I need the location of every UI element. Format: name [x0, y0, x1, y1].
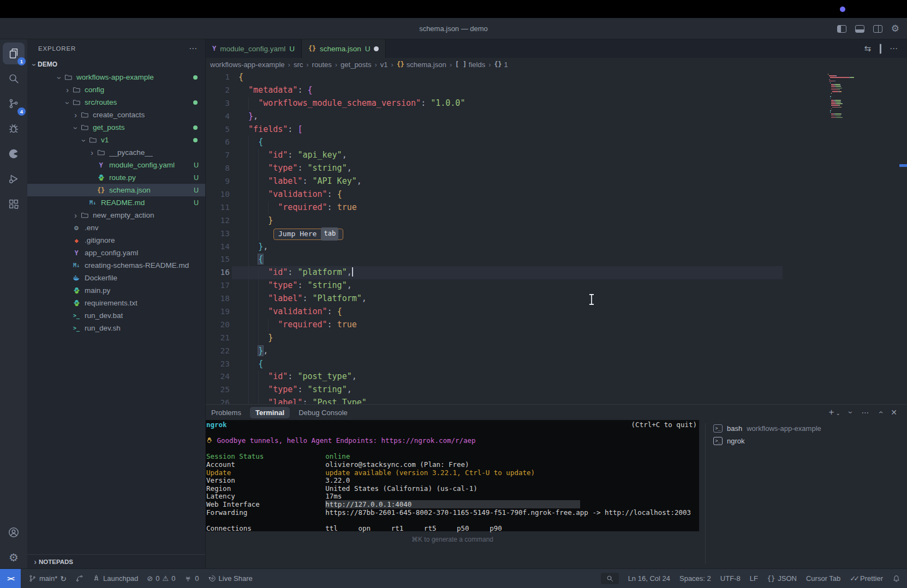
new-terminal-icon[interactable]: +⌄ [829, 407, 840, 418]
tree-item-__pycache__[interactable]: ›__pycache__ [27, 146, 205, 159]
tree-item-schema.json[interactable]: {}schema.jsonU [27, 184, 205, 196]
code-line-23[interactable]: 23 { [206, 358, 907, 371]
status-cursor-tab[interactable]: Cursor Tab [806, 574, 840, 583]
activity-search-search-icon[interactable] [3, 68, 25, 89]
status-live-share[interactable]: Live Share [208, 574, 253, 583]
code-line-6[interactable]: 6 { [206, 136, 907, 149]
panel-tab-Problems[interactable]: Problems [206, 407, 247, 418]
panel-tab-Debug Console[interactable]: Debug Console [293, 407, 353, 418]
more-icon[interactable]: ⋯ [890, 44, 898, 53]
breadcrumb-item-get_posts[interactable]: get_posts [341, 61, 371, 69]
code-line-13[interactable]: 13 Jump Here tab [206, 227, 907, 241]
layout-sidebar-left-icon[interactable] [837, 25, 846, 33]
activity-debug-bug-icon[interactable] [3, 118, 25, 140]
code-line-16[interactable]: 16 "id": "platform", [206, 266, 907, 279]
code-line-26[interactable]: 26 "label": "Post Type" [206, 397, 907, 404]
status-indentation[interactable]: Spaces: 2 [679, 574, 711, 583]
status-search-toggle[interactable] [601, 573, 619, 584]
activity-settings-gear-icon[interactable]: ⚙ [3, 547, 25, 568]
code-line-17[interactable]: 17 "type": "string", [206, 279, 907, 292]
code-line-2[interactable]: 2 "metadata": { [206, 84, 907, 97]
tab-schema.json[interactable]: {} schema.json U [302, 39, 386, 58]
activity-run-and-debug-run-debug-icon[interactable] [3, 168, 25, 190]
breadcrumb-item-fields[interactable]: [ ]fields [455, 61, 485, 69]
layout-sidebar-right-icon[interactable] [873, 25, 882, 33]
code-line-1[interactable]: 1{ [206, 71, 907, 84]
status-eol[interactable]: LF [750, 574, 758, 583]
status-cursor-position[interactable]: Ln 16, Col 24 [628, 574, 670, 583]
layout-panel-icon[interactable] [855, 25, 864, 33]
notepads-section-header[interactable]: › NOTEPADS [27, 554, 205, 568]
tree-item-Dockerfile[interactable]: Dockerfile [27, 272, 205, 284]
activity-extensions-extensions-icon[interactable] [3, 193, 25, 215]
status-formatter[interactable]: ✓✓Prettier [850, 574, 883, 583]
tree-item-v1[interactable]: ›v1 [27, 134, 205, 146]
split-editor-icon[interactable] [880, 44, 881, 53]
code-line-25[interactable]: 25 "type": "string", [206, 383, 907, 397]
breadcrumb-item-routes[interactable]: routes [312, 61, 332, 69]
status-problems[interactable]: ⊘0⚠0 [147, 574, 175, 583]
tree-item-config[interactable]: ›config [27, 83, 205, 96]
status-launchpad[interactable]: Launchpad [92, 574, 138, 583]
breadcrumb-item-src[interactable]: src [294, 61, 303, 69]
breadcrumb-item-workflows-app-example[interactable]: workflows-app-example [210, 61, 285, 69]
status-git-graph[interactable] [75, 574, 83, 583]
compare-icon[interactable]: ⇆ [864, 44, 871, 53]
code-line-11[interactable]: 11 "required": true [206, 201, 907, 214]
status-branch[interactable]: main*↻ [28, 574, 67, 583]
jump-here-hint[interactable]: Jump Here tab [273, 229, 343, 240]
explorer-more-icon[interactable]: ⋯ [189, 44, 198, 53]
dirty-indicator-dot[interactable] [374, 46, 379, 51]
terminal-output[interactable]: ngrok(Ctrl+C to quit) Goodbye tunnels, h… [206, 420, 699, 531]
code-line-24[interactable]: 24 "id": "post_type", [206, 370, 907, 383]
activity-explorer-files-icon[interactable]: 1 [3, 43, 25, 64]
code-line-18[interactable]: 18 "label": "Platform", [206, 292, 907, 305]
close-icon[interactable]: ✕ [891, 408, 897, 417]
code-line-10[interactable]: 10 "validation": { [206, 188, 907, 201]
scrollbar-indicator[interactable] [899, 164, 907, 167]
terminal-instance-bash[interactable]: >_ bashworkflows-app-example [710, 422, 907, 435]
status-language-mode[interactable]: {}JSON [767, 574, 797, 583]
tree-item-module_config.yaml[interactable]: Ymodule_config.yamlU [27, 159, 205, 171]
tree-item-run_dev.sh[interactable]: >_run_dev.sh [27, 322, 205, 334]
tree-item-run_dev.bat[interactable]: >_run_dev.bat [27, 309, 205, 322]
status-notifications[interactable] [892, 574, 900, 583]
breadcrumb-item-schema.json[interactable]: {}schema.json [397, 61, 446, 69]
tree-item-.gitignore[interactable]: ◆.gitignore [27, 234, 205, 247]
tree-item-workflows-app-example[interactable]: ›workflows-app-example [27, 71, 205, 83]
tree-item-create_contacts[interactable]: ›create_contacts [27, 109, 205, 121]
code-editor[interactable]: 1{2 "metadata": {3 "workflows_module_sch… [206, 71, 907, 404]
code-line-20[interactable]: 20 "required": true [206, 319, 907, 332]
code-line-4[interactable]: 4 }, [206, 110, 907, 123]
tree-item-main.py[interactable]: main.py [27, 284, 205, 297]
code-line-22[interactable]: 22 }, [206, 345, 907, 358]
breadcrumb-item-1[interactable]: {}1 [494, 61, 508, 69]
remote-indicator[interactable]: >< [0, 569, 21, 588]
code-line-21[interactable]: 21 } [206, 332, 907, 345]
tree-item-new_empty_action[interactable]: ›new_empty_action [27, 209, 205, 221]
tree-item-app_config.yaml[interactable]: Yapp_config.yaml [27, 247, 205, 259]
more-icon[interactable]: ⋯ [862, 408, 870, 417]
tab-module_config.yaml[interactable]: Y module_config.yaml U [206, 39, 302, 58]
tree-item-requirements.txt[interactable]: requirements.txt [27, 297, 205, 309]
tree-item-get_posts[interactable]: ›get_posts [27, 121, 205, 134]
panel-tab-Terminal[interactable]: Terminal [250, 407, 290, 418]
activity-accounts-account-icon[interactable] [3, 521, 25, 543]
status-ports[interactable]: 0 [184, 574, 199, 583]
tree-item-src/routes[interactable]: ›src/routes [27, 96, 205, 109]
code-line-7[interactable]: 7 "id": "api_key", [206, 149, 907, 162]
code-line-19[interactable]: 19 "validation": { [206, 305, 907, 319]
tree-item-creating-schemas-README.md[interactable]: M↓creating-schemas-README.md [27, 259, 205, 272]
code-line-14[interactable]: 14 }, [206, 241, 907, 254]
status-encoding[interactable]: UTF-8 [720, 574, 741, 583]
activity-source-control-source-control-icon[interactable]: 4 [3, 93, 25, 115]
code-line-15[interactable]: 15 { [206, 253, 907, 266]
customize-layout-gear-icon[interactable]: ⚙ [891, 24, 899, 33]
tree-item-README.md[interactable]: M↓README.mdU [27, 196, 205, 209]
tree-item-.env[interactable]: ⚙.env [27, 221, 205, 234]
chevron-up-icon[interactable]: › [879, 408, 882, 417]
tree-item-route.py[interactable]: route.pyU [27, 171, 205, 184]
activity-extension-circle-circle-cut-icon[interactable] [3, 143, 25, 165]
code-line-12[interactable]: 12 } [206, 214, 907, 227]
terminal-instance-ngrok[interactable]: >_ ngrok [710, 435, 907, 447]
